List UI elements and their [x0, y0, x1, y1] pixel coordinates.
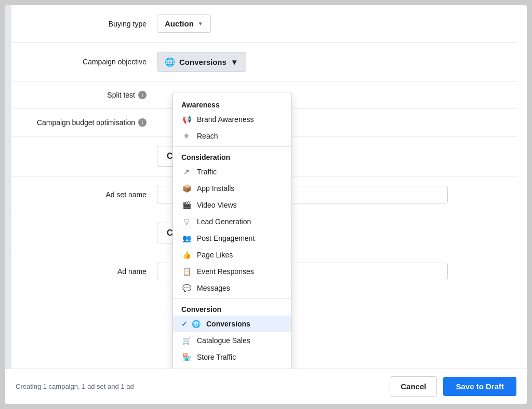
- main-container: Buying type Auction ▼ Campaign objective…: [5, 5, 527, 404]
- globe-icon: 🌐: [165, 57, 175, 67]
- dropdown-item-video-views[interactable]: 🎬 Video Views: [173, 197, 291, 213]
- lead-generation-label: Lead Generation: [197, 217, 251, 226]
- save-to-draft-button[interactable]: Save to Draft: [443, 377, 516, 396]
- campaign-objective-label: Campaign objective: [11, 58, 157, 66]
- dropdown-item-messages[interactable]: 💬 Messages: [173, 280, 291, 296]
- consideration-section-header: Consideration: [173, 149, 291, 163]
- brand-awareness-label: Brand Awareness: [197, 115, 254, 124]
- catalogue-sales-label: Catalogue Sales: [197, 336, 250, 345]
- campaign-budget-label: Campaign budget optimisation i: [11, 118, 157, 127]
- reach-icon: ✳: [181, 132, 192, 140]
- split-test-label: Split test i: [11, 91, 157, 99]
- video-views-label: Video Views: [197, 201, 237, 209]
- buying-type-dropdown[interactable]: Auction ▼: [157, 15, 211, 33]
- dropdown-item-app-installs[interactable]: 📦 App Installs: [173, 180, 291, 197]
- cancel-button[interactable]: Cancel: [390, 376, 437, 397]
- dropdown-item-page-likes[interactable]: 👍 Page Likes: [173, 247, 291, 263]
- store-traffic-label: Store Traffic: [197, 353, 236, 361]
- page-likes-label: Page Likes: [197, 251, 233, 259]
- footer: Creating 1 campaign, 1 ad set and 1 ad C…: [5, 369, 527, 404]
- buying-type-label: Buying type: [11, 20, 157, 28]
- buying-type-row: Buying type Auction ▼: [11, 5, 517, 43]
- campaign-objective-dropdown[interactable]: 🌐 Conversions ▼: [157, 52, 246, 72]
- campaign-objective-row: Campaign objective 🌐 Conversions ▼ Aware…: [11, 43, 517, 81]
- ad-name-label: Ad name: [11, 267, 157, 276]
- app-installs-icon: 📦: [181, 184, 192, 193]
- buying-type-value: Auction: [165, 19, 194, 28]
- divider-1: [173, 146, 291, 147]
- dropdown-item-conversions[interactable]: ✓ 🌐 Conversions: [173, 316, 291, 332]
- campaign-objective-value: Conversions: [179, 58, 227, 66]
- dropdown-item-event-responses[interactable]: 📋 Event Responses: [173, 263, 291, 280]
- content-area: Buying type Auction ▼ Campaign objective…: [5, 5, 527, 369]
- dropdown-item-brand-awareness[interactable]: 📢 Brand Awareness: [173, 111, 291, 128]
- store-traffic-icon: 🏪: [181, 353, 192, 361]
- divider-2: [173, 298, 291, 299]
- footer-actions: Cancel Save to Draft: [390, 376, 516, 397]
- messages-icon: 💬: [181, 284, 192, 292]
- dropdown-item-post-engagement[interactable]: 👥 Post Engagement: [173, 230, 291, 247]
- catalogue-sales-icon: 🛒: [181, 336, 192, 345]
- app-installs-label: App Installs: [197, 184, 234, 193]
- event-responses-label: Event Responses: [197, 267, 254, 276]
- brand-awareness-icon: 📢: [181, 115, 192, 124]
- objective-chevron: ▼: [231, 58, 238, 66]
- video-views-icon: 🎬: [181, 201, 192, 209]
- ad-set-name-label: Ad set name: [11, 190, 157, 199]
- dropdown-item-reach[interactable]: ✳ Reach: [173, 128, 291, 144]
- campaign-budget-info-icon[interactable]: i: [138, 118, 147, 127]
- conversions-globe-icon: 🌐: [191, 320, 201, 328]
- messages-label: Messages: [197, 284, 230, 292]
- dropdown-item-traffic[interactable]: ↗ Traffic: [173, 163, 291, 180]
- reach-label: Reach: [197, 132, 218, 140]
- awareness-section-header: Awareness: [173, 97, 291, 111]
- dropdown-item-store-traffic[interactable]: 🏪 Store Traffic: [173, 349, 291, 365]
- traffic-label: Traffic: [197, 168, 217, 176]
- dropdown-item-lead-generation[interactable]: ▽ Lead Generation: [173, 213, 291, 230]
- traffic-icon: ↗: [181, 168, 192, 176]
- conversion-section-header: Conversion: [173, 301, 291, 316]
- conversions-label: Conversions: [206, 320, 250, 328]
- page-likes-icon: 👍: [181, 251, 192, 259]
- event-responses-icon: 📋: [181, 267, 192, 276]
- dropdown-item-catalogue-sales[interactable]: 🛒 Catalogue Sales: [173, 332, 291, 349]
- buying-type-chevron: ▼: [198, 21, 203, 26]
- objective-dropdown-menu: Awareness 📢 Brand Awareness ✳ Reach Cons…: [172, 92, 292, 369]
- lead-gen-icon: ▽: [181, 217, 192, 226]
- left-edge-decoration: [5, 5, 11, 369]
- conversions-checkmark: ✓: [181, 320, 188, 328]
- post-engagement-icon: 👥: [181, 234, 192, 242]
- post-engagement-label: Post Engagement: [197, 234, 255, 242]
- footer-info-text: Creating 1 campaign, 1 ad set and 1 ad: [16, 383, 134, 390]
- split-test-info-icon[interactable]: i: [138, 91, 147, 99]
